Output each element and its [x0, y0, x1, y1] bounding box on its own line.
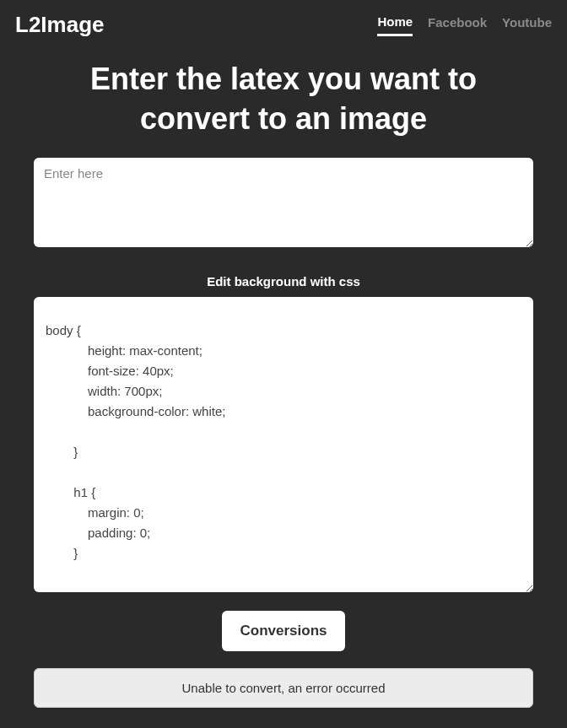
- error-message: Unable to convert, an error occurred: [34, 668, 533, 708]
- convert-button[interactable]: Conversions: [222, 611, 346, 651]
- nav-facebook[interactable]: Facebook: [428, 15, 487, 35]
- header: L2Image Home Facebook Youtube: [0, 0, 567, 50]
- page-title: Enter the latex you want to convert to a…: [47, 60, 520, 139]
- nav: Home Facebook Youtube: [377, 14, 552, 36]
- nav-youtube[interactable]: Youtube: [502, 15, 552, 35]
- app-logo: L2Image: [15, 12, 105, 38]
- css-input[interactable]: [34, 297, 533, 592]
- nav-home[interactable]: Home: [377, 14, 413, 36]
- latex-input[interactable]: [34, 158, 533, 247]
- css-label: Edit background with css: [207, 274, 360, 289]
- main-content: Enter the latex you want to convert to a…: [0, 50, 567, 708]
